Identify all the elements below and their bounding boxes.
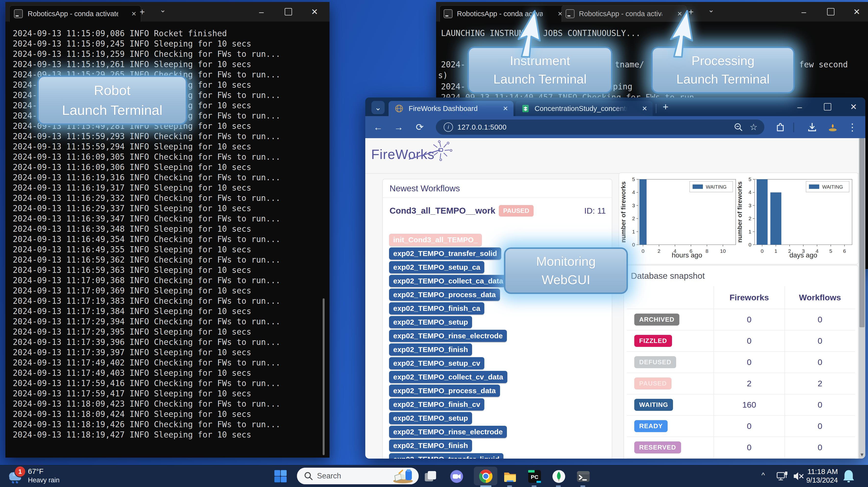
terminal-icon	[14, 9, 23, 18]
fireworks-dashboard-page: FireWorks Newest Workflows C	[365, 138, 865, 459]
maximize-button[interactable]	[816, 97, 839, 116]
workflow-name[interactable]: Cond3_all_TEMPO__work	[390, 206, 495, 216]
zoom-icon[interactable]	[734, 122, 743, 132]
workflow-step-chip[interactable]: exp02_TEMPO_finish_ca	[389, 302, 484, 314]
processing-terminal-tab-title: RoboticsApp - conda activate	[579, 10, 662, 18]
instrument-terminal-titlebar[interactable]: RoboticsApp - conda activate ✕ RoboticsA…	[436, 2, 868, 22]
start-button-icon[interactable]	[274, 469, 287, 483]
profile-avatar-icon[interactable]	[827, 122, 839, 133]
svg-text:5: 5	[632, 176, 635, 182]
workflow-step-chip[interactable]: exp02_TEMPO_collect_cv_data	[389, 371, 507, 383]
forward-icon[interactable]: →	[391, 116, 406, 138]
windows-terminal-icon[interactable]	[577, 469, 590, 483]
back-icon[interactable]: ←	[371, 116, 385, 138]
fireworks-count: 0	[714, 331, 785, 351]
workflows-count: 2	[785, 373, 855, 394]
new-tab-icon[interactable]: +	[663, 101, 668, 113]
workflow-step-chip[interactable]: exp02_TEMPO_setup_ca	[389, 261, 484, 273]
minimize-button[interactable]: –	[788, 97, 811, 116]
extensions-icon[interactable]	[775, 122, 786, 133]
table-header-row: Fireworks Workflows	[627, 286, 855, 309]
workflow-step-chip[interactable]: exp02_TEMPO_finish_cv	[389, 398, 484, 410]
new-tab-icon[interactable]: +	[140, 7, 145, 17]
minimize-button[interactable]: –	[250, 2, 273, 22]
browser-tab-sheets[interactable]: ConcentrationStudy_concentrat ✕	[516, 101, 653, 116]
tab-close-icon[interactable]: ✕	[642, 105, 647, 113]
svg-text:2: 2	[748, 216, 751, 221]
svg-text:4: 4	[748, 189, 751, 195]
terminal-line: 2024-	[441, 60, 465, 69]
close-button[interactable]: ✕	[845, 2, 868, 22]
workflows-count: 0	[785, 437, 855, 458]
minimize-button[interactable]: –	[793, 2, 815, 22]
chat-app-icon[interactable]	[450, 469, 464, 483]
robot-terminal-window: RoboticsApp - conda activate ✕ + ⌄ – ✕ 2…	[5, 2, 330, 458]
maximize-button[interactable]	[277, 2, 300, 22]
workflow-step-chip[interactable]: exp02_TEMPO_finish	[389, 343, 472, 356]
page-scrollbar[interactable]: ▼	[859, 138, 865, 459]
chrome-icon[interactable]	[479, 469, 493, 483]
site-info-icon[interactable]: i	[444, 122, 453, 132]
clock[interactable]: 11:18 AM 9/13/2024	[806, 467, 838, 484]
workflow-step-chip[interactable]: exp02_TEMPO_rinse_electrode	[389, 426, 507, 438]
file-explorer-icon[interactable]	[503, 469, 517, 483]
robot-terminal-label: Robot Launch Terminal	[37, 75, 187, 125]
address-bar[interactable]: i 127.0.0.1:5000 ☆	[436, 120, 764, 135]
notification-bell-icon[interactable]	[842, 469, 855, 483]
state-cell: PAUSED	[627, 373, 714, 394]
table-row: WAITING1600	[627, 394, 855, 415]
tab-search-icon[interactable]: ⌄	[371, 101, 384, 114]
mongodb-icon[interactable]	[552, 469, 566, 483]
workflow-step-chip[interactable]: exp02_TEMPO_setup_cv	[389, 357, 484, 369]
terminal-line: 2024-	[441, 82, 465, 91]
spreadsheet-favicon-icon	[521, 104, 530, 113]
workflow-step-chip[interactable]: exp02_TEMPO_process_data	[389, 385, 500, 397]
robot-terminal-titlebar[interactable]: RoboticsApp - conda activate ✕ + ⌄ – ✕	[5, 2, 330, 22]
tab-dropdown-icon[interactable]: ⌄	[708, 5, 714, 14]
task-view-icon[interactable]	[424, 470, 437, 483]
workflow-row[interactable]: Cond3_all_TEMPO__work PAUSED ID: 11	[390, 203, 606, 218]
terminal-scrollbar[interactable]	[323, 298, 324, 455]
fireworks-count: 2	[714, 373, 785, 394]
workflow-step-chip[interactable]: exp02_TEMPO_rinse_electrode	[389, 330, 507, 342]
table-row: PAUSED22	[627, 373, 855, 394]
tray-expand-icon[interactable]: ^	[762, 471, 765, 479]
workflow-steps-list: init_Cond3_all_TEMPO_exp02_TEMPO_transfe…	[389, 234, 507, 459]
scrollbar-thumb[interactable]	[860, 138, 865, 327]
tab-close-icon[interactable]: ✕	[503, 105, 508, 113]
tab-close-icon[interactable]: ✕	[131, 10, 136, 18]
maximize-button[interactable]	[819, 2, 842, 22]
close-button[interactable]: ✕	[303, 2, 326, 22]
svg-text:WAITING: WAITING	[822, 184, 843, 190]
date-text: 9/13/2024	[806, 476, 838, 484]
workflow-step-chip[interactable]: exp02_TEMPO_transfer_liquid	[389, 453, 503, 459]
weather-widget[interactable]: 1 67°F Heavy rain	[4, 465, 85, 487]
search-input[interactable]: Search	[297, 468, 419, 484]
workflow-step-chip[interactable]: init_Cond3_all_TEMPO_	[389, 234, 482, 246]
workflow-step-chip[interactable]: exp02_TEMPO_finish	[389, 439, 472, 452]
svg-text:number of fireworks: number of fireworks	[621, 182, 627, 243]
browser-tab-fireworks[interactable]: FireWorks Dashboard ✕	[389, 101, 514, 116]
reload-icon[interactable]: ⟳	[412, 116, 427, 138]
scroll-down-icon[interactable]: ▼	[859, 452, 865, 458]
close-button[interactable]: ✕	[842, 97, 865, 116]
network-icon[interactable]	[776, 470, 788, 482]
workflow-step-chip[interactable]: exp02_TEMPO_setup	[389, 316, 472, 328]
volume-muted-icon[interactable]	[793, 471, 805, 481]
menu-icon[interactable]: ⋮	[845, 116, 860, 138]
workflow-step-chip[interactable]: exp02_TEMPO_setup	[389, 412, 472, 424]
url-text[interactable]: 127.0.0.1:5000	[457, 123, 507, 131]
fireworks-column-header: Fireworks	[714, 286, 785, 309]
workflow-step-chip[interactable]: exp02_TEMPO_transfer_solid	[389, 247, 501, 260]
browser-toolbar: ← → ⟳ i 127.0.0.1:5000 ☆	[365, 116, 865, 138]
pycharm-icon[interactable]: PC	[528, 469, 541, 483]
bookmark-star-icon[interactable]: ☆	[750, 122, 757, 132]
workflow-step-chip[interactable]: exp02_TEMPO_process_data	[389, 288, 500, 301]
tab-dropdown-icon[interactable]: ⌄	[160, 5, 166, 14]
svg-text:WAITING: WAITING	[706, 184, 726, 190]
workflow-step-chip[interactable]: exp02_TEMPO_collect_ca_data	[389, 275, 507, 287]
taskbar: 1 67°F Heavy rain Search	[0, 465, 868, 487]
download-icon[interactable]	[807, 122, 817, 133]
workflows-count: 0	[785, 416, 855, 436]
robot-terminal-tab[interactable]: RoboticsApp - conda activate ✕	[9, 5, 141, 22]
